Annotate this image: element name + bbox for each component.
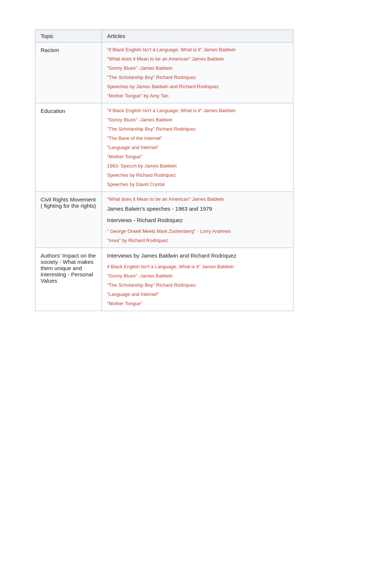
- topic-cell: Civil Rights Movement ( fighting for the…: [35, 192, 102, 248]
- article-item: " George Orwell Meets Mark Zuckenberg" -…: [107, 228, 288, 234]
- articles-cell: "What does it Mean to be an American" Ja…: [102, 192, 293, 248]
- topic-cell: Education: [35, 103, 102, 192]
- article-item: "Mother Tongue": [107, 154, 288, 159]
- article-item: "Mother Tongue": [107, 301, 288, 306]
- article-item: "if Black English Isn't a Language, What…: [107, 47, 288, 52]
- table-row: Civil Rights Movement ( fighting for the…: [35, 192, 293, 248]
- article-item: "Sonny Blues" -James Baldwin: [107, 273, 288, 279]
- topic-cell: Authors' Impact on the society - What ma…: [35, 248, 102, 311]
- article-item: "The Scholarship Boy" Richard Rodriquez: [107, 75, 288, 80]
- article-item: "Sonny Blues" -James Baldwin: [107, 117, 288, 123]
- article-item: James Balwin's speeches - 1963 and 1979: [107, 206, 288, 212]
- topic-header: Topic: [35, 30, 102, 42]
- article-item: "Area" by Richard Rodriquez: [107, 238, 288, 243]
- article-item: 1963- Specch by James Baldwin: [107, 163, 288, 169]
- article-item: "The Scholarship Boy" Richard Rodriquez: [107, 282, 288, 288]
- table-row: Racism"if Black English Isn't a Language…: [35, 42, 293, 103]
- page-wrapper: Topic Articles Racism"if Black English I…: [0, 0, 392, 348]
- articles-header: Articles: [102, 30, 293, 42]
- article-item: "What does it Mean to be an American" Ja…: [107, 56, 288, 62]
- articles-cell: "if Black English Isn't a Language, What…: [102, 42, 293, 103]
- article-item: "Language and Internet": [107, 145, 288, 150]
- articles-cell: Interviews by James Baldwin and Richard …: [102, 248, 293, 311]
- article-item: Interviews by James Baldwin and Richard …: [107, 252, 288, 259]
- article-item: "if Black English Isn't a Language, What…: [107, 108, 288, 113]
- article-item: Speeches by Richard Rodriquez: [107, 172, 288, 178]
- articles-cell: "if Black English Isn't a Language, What…: [102, 103, 293, 192]
- table-row: Authors' Impact on the society - What ma…: [35, 248, 293, 311]
- article-item: "Mother Tongue" by Amy Tan: [107, 93, 288, 99]
- table-row: Education"if Black English Isn't a Langu…: [35, 103, 293, 192]
- article-item: "Language and Internet": [107, 292, 288, 297]
- article-item: "The Bane of the Internet": [107, 135, 288, 141]
- article-item: "Sonny Blues" -James Baldwin: [107, 65, 288, 71]
- article-item: if Black English Isn't a Language, What …: [107, 264, 288, 269]
- main-table: Topic Articles Racism"if Black English I…: [35, 30, 293, 311]
- article-item: Speeches by James Baldwin and Richard Ro…: [107, 84, 288, 89]
- article-item: Interviews - Richard Rodriquez: [107, 217, 288, 223]
- topic-cell: Racism: [35, 42, 102, 103]
- article-item: "The Scholarship Boy" Richard Rodriquez: [107, 126, 288, 132]
- article-item: Speeches by David Crystal: [107, 182, 288, 187]
- article-item: "What does it Mean to be an American" Ja…: [107, 196, 288, 202]
